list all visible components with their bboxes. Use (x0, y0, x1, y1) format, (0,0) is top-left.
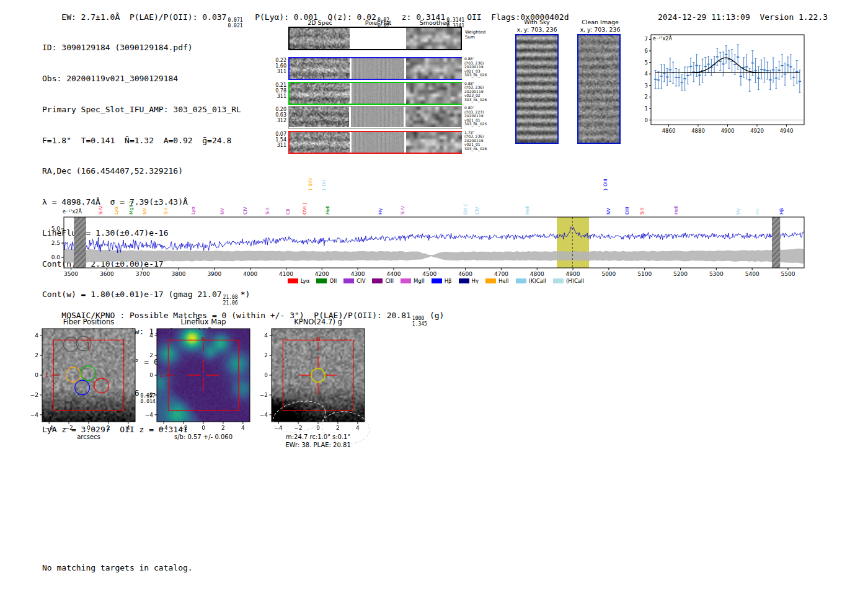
line-marker-label: CIV (242, 207, 248, 215)
y-tick-label: 0 (35, 372, 38, 378)
x-tick-label: 4500 (422, 271, 436, 277)
legend-swatch (516, 278, 526, 283)
legend-swatch (343, 278, 354, 283)
pixel-flat-blank (352, 28, 404, 49)
legend-swatch (459, 278, 469, 283)
x-tick-label: 2 (221, 425, 225, 431)
clean-image-header: Clean Image x, y: 703, 236 (574, 19, 626, 33)
legend-swatch (553, 278, 564, 283)
with-sky-image (515, 34, 559, 144)
cont-w-tail: *) (241, 290, 250, 299)
x-tick-label: 4920 (750, 128, 764, 134)
fiber-circle (108, 362, 123, 377)
mosaic-lo: 1.345 (412, 322, 427, 327)
y-tick-label: 0.0 (51, 254, 61, 260)
x-tick-label: 5200 (673, 271, 688, 277)
legend-item: Hγ (459, 278, 479, 284)
flux-units-annotation: e⁻¹⁷x2Å (63, 208, 82, 215)
x-tick-label: −2 (64, 425, 73, 431)
y-tick-label: −4 (260, 412, 268, 418)
compass-east-label: E (45, 372, 49, 378)
spec2d-row-annotation: 0.86"(703, 236)20200119v021_03303_RL_026 (464, 57, 494, 78)
legend-swatch (316, 278, 327, 283)
x-tick-label: 4300 (351, 271, 365, 277)
line-marker-label: HeII (673, 205, 679, 215)
fiber-circle (81, 366, 95, 381)
y-tick-label: 4 (645, 71, 648, 77)
axes-frame (651, 35, 804, 125)
spec2d-row-annotation: 1.73"(703, 236)20200119v021_01303_RL_026 (464, 131, 494, 151)
legend-label: OII (329, 278, 337, 284)
x-tick-label: 4600 (458, 271, 472, 277)
line-marker-label: MgII } (128, 200, 134, 215)
line-marker-label: Hγ (378, 208, 383, 215)
z-type: OII (467, 12, 481, 22)
fiber-circle (94, 378, 109, 393)
fiber-circle (66, 367, 81, 382)
legend-item: Lyα (288, 278, 310, 284)
x-tick-label: 3500 (64, 271, 78, 277)
legend-label: HeII (498, 278, 509, 284)
masked-edge-region (772, 217, 780, 268)
line-marker-label: Lyα (113, 207, 119, 215)
line-marker-label: HeII (325, 205, 330, 215)
legend-swatch (372, 278, 383, 283)
line-marker-label: } SiIV (308, 177, 313, 191)
x-tick-label: 4100 (279, 271, 293, 277)
compass-north-label: N (202, 336, 206, 342)
spec2d-row-values: 0.071.54311 (273, 131, 286, 148)
line-marker-label: OVI } (302, 202, 308, 215)
full-spectrum-chart: 3500360037003800390040004100420043004400… (36, 160, 836, 287)
legend-label: (H)CaII (566, 278, 584, 284)
line-marker-label: NV (142, 207, 148, 215)
y-tick-label: 2 (645, 94, 648, 100)
line-marker-label: } OIII (603, 179, 608, 191)
line-marker-label: Hγ (755, 208, 760, 215)
y-tick-label: 2.5 (51, 240, 60, 246)
y-tick-label: 7 (645, 36, 648, 42)
plae-poii-value: P(LAE)/P(OII): 0.037 (130, 12, 227, 22)
line-marker-label: SiIV (400, 205, 405, 215)
line-marker-label: SiII (265, 208, 270, 215)
fiber-circle (75, 380, 90, 395)
y-tick-label: 5.0 (51, 226, 61, 232)
legend-label: (K)CaII (529, 278, 546, 284)
x-tick-label: 4 (356, 425, 360, 431)
y-tick-label: −4 (145, 412, 154, 418)
x-tick-label: −2 (294, 425, 302, 431)
line-marker-label: } OII (321, 180, 327, 191)
elixer-report-page: EW: 2.7±1.0Å P(LAE)/P(OII): 0.0370.0710.… (0, 0, 868, 591)
kpno-overlay: −4−4−2−2002244N (249, 322, 386, 447)
line-marker-label: OIII (624, 207, 630, 215)
y-tick-label: 2 (35, 352, 38, 358)
timestamp: 2024-12-29 11:13:09 (658, 12, 750, 22)
aperture-circle (311, 368, 325, 382)
line-marker-label: NV (219, 207, 225, 215)
spec2d-row-values: 0.210.78311 (273, 82, 286, 99)
legend-label: Lyα (301, 278, 310, 284)
fiber-circle (98, 353, 113, 368)
y-tick-label: 4 (149, 332, 153, 339)
fiber-circle (63, 337, 78, 352)
spec2d-row (288, 131, 462, 154)
legend-item: MgII (401, 278, 425, 284)
x-tick-label: −2 (179, 425, 187, 431)
x-tick-label: 2 (336, 425, 340, 431)
compass-north-label: N (316, 336, 321, 342)
y-tick-label: 3 (645, 82, 648, 89)
y-tick-label: 4 (264, 332, 268, 339)
line-marker-label: Lyα (190, 207, 196, 215)
x-tick-label: 4900 (721, 128, 735, 134)
col-header-pixelflat: Pixel Flat (351, 19, 405, 26)
error-band (64, 249, 804, 264)
x-tick-label: 5000 (601, 271, 616, 277)
detection-id: ID: 3090129184 (3090129184.pdf) (42, 43, 250, 53)
x-tick-label: 4 (241, 425, 245, 431)
x-tick-label: 5500 (781, 271, 795, 277)
x-tick-label: 0 (202, 425, 205, 431)
legend-item: OII (316, 278, 337, 284)
x-tick-label: 4700 (494, 271, 508, 277)
line-marker-label: SiIV (98, 205, 104, 215)
fiber-circle (84, 350, 99, 365)
clean-image-panel (577, 34, 621, 144)
